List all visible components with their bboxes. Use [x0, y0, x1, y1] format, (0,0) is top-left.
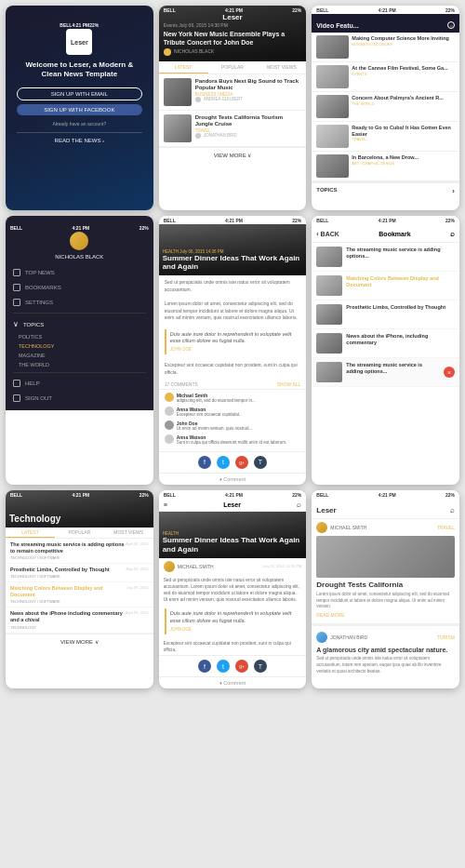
sidebar-item-settings[interactable]: SETTINGS: [6, 295, 153, 310]
topic-technology[interactable]: TECHNOLOGY: [6, 341, 153, 351]
search-icon-9[interactable]: ⌕: [450, 506, 455, 514]
travel-title-1: Drought Tests California: [312, 581, 459, 590]
video-thumb-5: [316, 154, 349, 178]
bookmark-icon: [13, 284, 20, 291]
article-body-1: Sed ut perspiciatis unde omnis iste natu…: [159, 275, 307, 297]
back-button[interactable]: ‹ BACK: [316, 231, 339, 237]
video-thumb-3: [316, 95, 349, 118]
search-icon[interactable]: ⌕: [447, 21, 455, 29]
phone-bookmarks: BELL 4:21 PM 22% ‹ BACK Bookmark ⌕ The s…: [312, 216, 459, 485]
topics-section[interactable]: TOPICS ›: [312, 181, 459, 196]
author-avatar-8: [164, 561, 175, 572]
article-blockquote: Duis aute irure dolor in reprehenderit i…: [165, 329, 301, 355]
tab-most-views[interactable]: MOST VIEWS: [257, 61, 306, 73]
video-thumb-2: [316, 65, 349, 88]
status-bar-5: BELL 4:21 PM 22%: [159, 216, 307, 224]
tech-tabs: LATEST POPULAR MOST VIEWS: [6, 527, 153, 539]
search-icon-8[interactable]: ⌕: [297, 501, 301, 509]
twitter-share-icon[interactable]: t: [217, 456, 230, 469]
topics-header[interactable]: ∨ TOPICS: [6, 316, 153, 332]
article-body2-8: Excepteur sint occaecat cupidatat non pr…: [159, 638, 307, 655]
status-bar-6: BELL 4:21 PM 22%: [312, 216, 459, 224]
signup-facebook-button[interactable]: SIGN UP WITH FACEBOOK: [17, 104, 142, 115]
topics-arrow[interactable]: ›: [452, 187, 455, 195]
travel-tag-1: TRAVEL: [437, 525, 455, 530]
tumblr-share-icon[interactable]: T: [254, 456, 267, 469]
nav-divider: [13, 313, 146, 314]
phone-travel: BELL 4:21 PM 22% Leser ⌕ MICHAEL SMITH T…: [312, 490, 459, 689]
bookmarks-header: ‹ BACK Bookmark ⌕: [312, 224, 459, 243]
tech-article-1[interactable]: April 06, 2015 The streaming music servi…: [6, 539, 153, 564]
bookmark-delete-button[interactable]: ×: [444, 367, 455, 378]
topic-the-world[interactable]: THE WORLD: [6, 360, 153, 369]
commenter-avatar-2: [165, 407, 174, 416]
commenter-avatar-3: [165, 421, 174, 430]
tech-view-more[interactable]: VIEW MORE ∨: [6, 634, 153, 648]
comment-2: Anna Watson Excepteur sint occaecat cupi…: [165, 407, 301, 418]
topic-politics[interactable]: POLITICS: [6, 332, 153, 341]
travel-avatar-1: [316, 522, 327, 533]
tech-article-3[interactable]: July 06, 2015 Matching Colors Between Di…: [6, 582, 153, 608]
signup-email-button[interactable]: SIGN UP WITH EMAIL: [17, 87, 142, 100]
view-more-button[interactable]: VIEW MORE ∨: [159, 147, 307, 162]
bookmark-item-3[interactable]: Prosthetic Limbs, Controlled by Thought: [312, 300, 459, 329]
video-item-4[interactable]: Ready to Go to Cuba! It Has Gotten Even …: [312, 122, 459, 152]
bookmark-item-4[interactable]: News about the iPhone, including comment…: [312, 329, 459, 358]
tab-latest[interactable]: LATEST: [159, 61, 208, 73]
video-item-2[interactable]: At the Cannes Film Festival, Some Ga... …: [312, 62, 459, 92]
search-icon-header[interactable]: ⌕: [450, 230, 455, 238]
bookmark-item-2[interactable]: Matching Colors Between Display and Docu…: [312, 272, 459, 300]
sidebar-item-top-news[interactable]: TOP NEWS: [6, 265, 153, 280]
tech-tab-most-views[interactable]: MOST VIEWS: [104, 527, 153, 538]
comment-input-bar[interactable]: ♦ Comment: [159, 473, 307, 485]
video-section-title: Video Featu...: [316, 22, 358, 29]
comments-header: 17 COMMENTS SHOW ALL: [159, 380, 307, 389]
travel-body-1: Lorem ipsum dolor sit amet, consectetur …: [312, 590, 459, 612]
article-body-3: Excepteur sint occaecat cupidatat non pr…: [159, 358, 307, 380]
article-date-8: July 06, 2015 14:36 PM: [262, 564, 301, 568]
tech-tab-latest[interactable]: LATEST: [6, 527, 55, 538]
tech-tab-popular[interactable]: POPULAR: [55, 527, 104, 538]
video-item-5[interactable]: In Barcelona, a New Drow... ART / GRAPHI…: [312, 152, 459, 181]
newspaper-icon: [13, 269, 20, 276]
read-news-button[interactable]: READ THE NEWS ›: [17, 132, 142, 143]
bookmark-item-1[interactable]: The streaming music service is adding op…: [312, 243, 459, 272]
bookmark-thumb-5: [316, 362, 342, 382]
tu-share[interactable]: T: [254, 660, 267, 673]
comment-3: John Doe Ut enim ad minim veniam, quis n…: [165, 421, 301, 432]
sidebar-item-bookmarks[interactable]: BOOKMARKS: [6, 280, 153, 295]
sidebar-item-signout[interactable]: SIGN OUT: [6, 391, 153, 406]
read-more-1[interactable]: READ MORE: [312, 612, 459, 621]
article-card-1[interactable]: Pandora Buys Next Big Sound to Track Pop…: [159, 74, 307, 111]
article-card-2[interactable]: Drought Tests California Tourism Jungle …: [159, 111, 307, 147]
travel-author-name-2: JONATHAN BIRD: [330, 634, 367, 640]
video-info-5: In Barcelona, a New Drow... ART / GRAPHI…: [352, 154, 418, 178]
status-bar-4: BELL 4:21 PM 22%: [6, 223, 153, 232]
bookmarks-title: Bookmark: [379, 231, 410, 237]
video-item-1[interactable]: Making Computer Science More Inviting BU…: [312, 33, 459, 62]
back-button-8[interactable]: ≡: [164, 501, 167, 508]
show-all-button[interactable]: SHOW ALL: [277, 381, 301, 387]
bookmark-item-5[interactable]: The streaming music service is adding op…: [312, 358, 459, 387]
article-header-image: HEALTH July 06, 2015 14:36 PM Summer Din…: [159, 224, 307, 275]
commenter-avatar-1: [165, 393, 174, 402]
tech-article-4[interactable]: April 06, 2015 News about the iPhone inc…: [6, 608, 153, 633]
carrier: BELL: [60, 22, 72, 28]
tab-popular[interactable]: POPULAR: [208, 61, 258, 73]
gp-share[interactable]: g+: [235, 660, 248, 673]
comment-bar-8[interactable]: ♦ Comment: [159, 676, 307, 688]
fb-share[interactable]: f: [198, 660, 211, 673]
hero-title[interactable]: New York New Music Ensemble Plays a Trib…: [164, 30, 302, 47]
facebook-share-icon[interactable]: f: [198, 456, 211, 469]
tech-article-2[interactable]: May 08, 2015 Prosthetic Limbs, Controlle…: [6, 564, 153, 582]
travel-tag-2: TURISM: [437, 634, 455, 640]
author-name-8: MICHAEL SMITH: [178, 564, 214, 569]
video-item-3[interactable]: Concern About Palmyra's Ancient R... THE…: [312, 92, 459, 122]
topic-magazine[interactable]: MAGAZINE: [6, 351, 153, 360]
tech-section-title: Technology: [9, 514, 60, 524]
googleplus-share-icon[interactable]: g+: [235, 456, 248, 469]
article-main-title: Summer Dinner Ideas That Work Again and …: [163, 254, 303, 272]
sidebar-item-help[interactable]: HELP: [6, 376, 153, 391]
tech-hero-image: BELL 4:21 PM 22% Technology: [6, 490, 153, 527]
tw-share[interactable]: t: [217, 660, 230, 673]
